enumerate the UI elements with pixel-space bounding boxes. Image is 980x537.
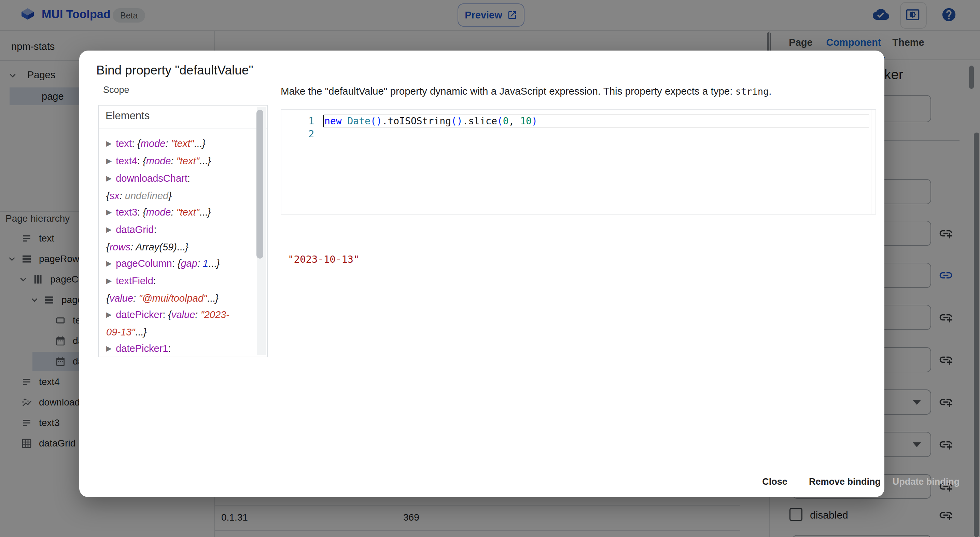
remove-binding-button[interactable]: Remove binding — [807, 472, 882, 492]
editor-line-numbers: 12 — [282, 115, 314, 141]
scope-element-item[interactable]: ▶text3: {mode: "text"...} — [106, 204, 253, 221]
scope-element-item[interactable]: ▶downloadsChart:{sx: undefined} — [106, 170, 253, 204]
expand-arrow-icon[interactable]: ▶ — [106, 306, 112, 323]
scope-elements-panel: Elements ▶text: {mode: "text"...}▶text4:… — [98, 105, 268, 357]
expand-arrow-icon[interactable]: ▶ — [106, 204, 112, 220]
scope-element-item[interactable]: ▶datePicker1:{value: "2023-10-13"...} — [106, 340, 253, 357]
expand-arrow-icon[interactable]: ▶ — [106, 135, 112, 152]
close-button[interactable]: Close — [756, 472, 794, 492]
dialog-description: Make the "defaultValue" property dynamic… — [281, 85, 772, 97]
expand-arrow-icon[interactable]: ▶ — [106, 340, 112, 357]
expand-arrow-icon[interactable]: ▶ — [106, 170, 112, 186]
expand-arrow-icon[interactable]: ▶ — [106, 221, 112, 238]
elements-scrollbar-thumb[interactable] — [256, 110, 263, 258]
update-binding-button[interactable]: Update binding — [892, 472, 960, 492]
expand-arrow-icon[interactable]: ▶ — [106, 153, 112, 169]
expand-arrow-icon[interactable]: ▶ — [106, 255, 112, 272]
scope-element-item[interactable]: ▶dataGrid:{rows: Array(59)...} — [106, 221, 253, 255]
expression-result-preview: "2023-10-13" — [288, 253, 360, 265]
elements-scrollbar-track[interactable] — [257, 107, 266, 355]
bind-property-dialog: Bind property "defaultValue" Scope Make … — [79, 51, 885, 497]
scope-label: Scope — [103, 85, 129, 95]
expand-arrow-icon[interactable]: ▶ — [106, 272, 112, 289]
elements-heading: Elements — [105, 110, 150, 122]
scope-element-item[interactable]: ▶textField:{value: "@mui/toolpad"...} — [106, 272, 253, 306]
scope-element-item[interactable]: ▶text4: {mode: "text"...} — [106, 153, 253, 170]
dialog-title: Bind property "defaultValue" — [96, 63, 253, 78]
scope-element-item[interactable]: ▶text: {mode: "text"...} — [106, 135, 253, 153]
scope-element-item[interactable]: ▶pageColumn: {gap: 1...} — [106, 255, 253, 272]
editor-overview-ruler — [871, 110, 872, 214]
elements-list: ▶text: {mode: "text"...}▶text4: {mode: "… — [106, 128, 253, 357]
scope-element-item[interactable]: ▶datePicker: {value: "2023-09-13"...} — [106, 306, 253, 340]
app-root: MUI Toolpad Beta Preview npm-stats Pages… — [0, 0, 980, 537]
editor-cursor — [323, 115, 324, 127]
expression-code-editor[interactable]: 12 new Date().toISOString().slice(0, 10) — [281, 109, 876, 215]
editor-code-line: new Date().toISOString().slice(0, 10) — [325, 115, 538, 128]
